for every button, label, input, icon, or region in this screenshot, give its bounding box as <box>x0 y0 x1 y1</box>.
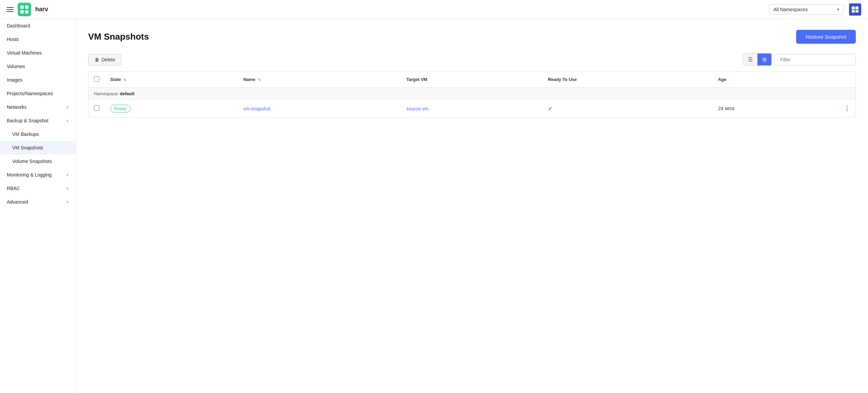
toolbar-right: ☰ ⊞ <box>743 53 856 66</box>
row-checkbox[interactable] <box>94 105 99 111</box>
col-ready-to-use-label: Ready To Use <box>548 77 577 82</box>
sidebar-item-volume-snapshots[interactable]: Volume Snapshots <box>0 154 76 168</box>
target-vm-link[interactable]: source-vm <box>407 106 429 111</box>
svg-rect-3 <box>25 10 28 14</box>
sidebar-item-vm-backups[interactable]: VM Backups <box>0 127 76 141</box>
monitoring-chevron-icon: ∨ <box>66 173 69 177</box>
sidebar-item-virtual-machines[interactable]: Virtual Machines <box>0 46 76 60</box>
trash-icon: 🗑 <box>95 57 99 62</box>
app-logo <box>18 3 31 16</box>
select-all-checkbox-header[interactable] <box>88 71 105 88</box>
header-left: harv <box>7 3 48 16</box>
select-all-checkbox[interactable] <box>94 76 99 82</box>
col-age-label: Age <box>718 77 727 82</box>
table-row: Ready vm-snapshot source-vm ✓ 24 secs <box>88 100 855 118</box>
namespace-group-cell: Namespace: default <box>88 88 855 100</box>
col-name-label: Name <box>243 77 255 82</box>
svg-rect-7 <box>855 10 859 13</box>
filter-input[interactable] <box>774 54 856 65</box>
sidebar-item-monitoring-logging[interactable]: Monitoring & Logging ∨ <box>0 168 76 182</box>
namespace-chevron-icon: ▾ <box>837 7 839 12</box>
row-ready-to-use-cell: ✓ <box>542 100 713 118</box>
state-badge: Ready <box>110 105 131 112</box>
sidebar-item-vm-snapshots[interactable]: VM Snapshots <box>0 141 76 154</box>
svg-rect-6 <box>852 10 855 13</box>
backup-snapshot-chevron-icon: ∧ <box>66 119 69 123</box>
delete-button-label: Delete <box>101 57 115 62</box>
snapshot-name-link[interactable]: vm-snapshot <box>243 106 271 111</box>
age-value: 24 secs <box>718 106 734 111</box>
app-name: harv <box>35 6 48 13</box>
svg-rect-2 <box>20 10 24 14</box>
page-header: VM Snapshots Restore Snapshot <box>88 30 856 44</box>
row-state-cell: Ready <box>105 100 238 118</box>
row-actions-menu[interactable]: ⋮ <box>844 105 850 112</box>
sidebar-item-projects-namespaces[interactable]: Projects/Namespaces <box>0 87 76 100</box>
sidebar: Dashboard Hosts Virtual Machines Volumes… <box>0 19 76 393</box>
age-sort-icon[interactable]: ↓ <box>729 78 731 82</box>
row-name-cell: vm-snapshot <box>238 100 401 118</box>
row-checkbox-cell[interactable] <box>88 100 105 118</box>
main-content: VM Snapshots Restore Snapshot 🗑 Delete ☰… <box>76 19 868 393</box>
sidebar-item-volumes[interactable]: Volumes <box>0 60 76 73</box>
delete-button[interactable]: 🗑 Delete <box>88 54 121 65</box>
layout: Dashboard Hosts Virtual Machines Volumes… <box>0 19 868 393</box>
svg-rect-5 <box>855 6 859 9</box>
sidebar-item-dashboard[interactable]: Dashboard <box>0 19 76 33</box>
namespace-select-label: All Namespaces <box>773 7 808 12</box>
row-target-vm-cell: source-vm <box>401 100 542 118</box>
col-name: Name ⇅ <box>238 71 401 88</box>
header-right: All Namespaces ▾ <box>769 3 861 16</box>
restore-snapshot-button[interactable]: Restore Snapshot <box>796 30 856 44</box>
toolbar: 🗑 Delete ☰ ⊞ <box>88 53 856 66</box>
hamburger-menu[interactable] <box>7 7 14 12</box>
toolbar-left: 🗑 Delete <box>88 54 121 65</box>
name-sort-icon[interactable]: ⇅ <box>258 78 261 82</box>
row-age-cell: 24 secs ⋮ <box>713 100 855 117</box>
sidebar-item-rbac[interactable]: RBAC ∨ <box>0 182 76 195</box>
networks-chevron-icon: ∨ <box>66 105 69 109</box>
table-header-row: State ⇅ Name ⇅ Target VM Ready To Use <box>88 71 855 88</box>
col-state-label: State <box>110 77 121 82</box>
sidebar-item-images[interactable]: Images <box>0 73 76 87</box>
namespace-selector[interactable]: All Namespaces ▾ <box>769 4 844 15</box>
sidebar-item-networks[interactable]: Networks ∨ <box>0 100 76 114</box>
top-header: harv All Namespaces ▾ <box>0 0 868 19</box>
namespace-prefix: Namespace: <box>94 91 119 96</box>
advanced-chevron-icon: ∨ <box>66 200 69 204</box>
svg-rect-1 <box>25 5 28 9</box>
sidebar-item-backup-snapshot[interactable]: Backup & Snapshot ∧ <box>0 114 76 127</box>
svg-rect-0 <box>20 5 24 9</box>
view-toggle: ☰ ⊞ <box>743 53 772 66</box>
snapshots-table: State ⇅ Name ⇅ Target VM Ready To Use <box>88 71 856 118</box>
rbac-chevron-icon: ∨ <box>66 186 69 191</box>
state-sort-icon[interactable]: ⇅ <box>123 78 126 82</box>
ready-to-use-check-icon: ✓ <box>548 106 552 111</box>
list-view-button[interactable]: ☰ <box>743 54 757 65</box>
sidebar-item-hosts[interactable]: Hosts <box>0 33 76 46</box>
col-ready-to-use: Ready To Use <box>542 71 713 88</box>
namespace-group-row: Namespace: default <box>88 88 855 100</box>
svg-rect-4 <box>852 6 855 9</box>
col-state: State ⇅ <box>105 71 238 88</box>
col-target-vm-label: Target VM <box>407 77 428 82</box>
namespace-value: default <box>120 91 135 96</box>
page-title: VM Snapshots <box>88 32 149 42</box>
grid-view-button[interactable]: ⊞ <box>757 54 771 65</box>
col-age: Age ↓ <box>713 71 855 88</box>
col-target-vm: Target VM <box>401 71 542 88</box>
sidebar-item-advanced[interactable]: Advanced ∨ <box>0 195 76 209</box>
user-avatar[interactable] <box>849 3 861 16</box>
